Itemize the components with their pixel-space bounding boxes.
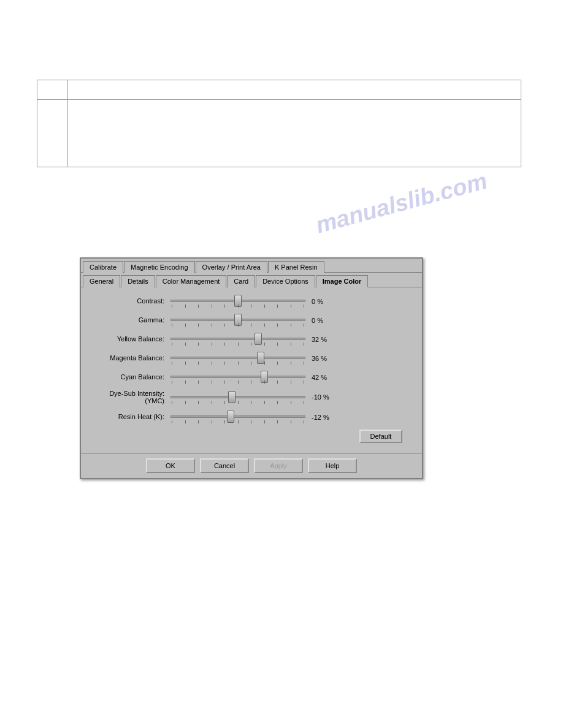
top-table	[37, 80, 521, 167]
help-button[interactable]: Help	[308, 458, 357, 473]
tab-row-2: General Details Color Management Card De…	[81, 273, 422, 287]
tab-magnetic-encoding[interactable]: Magnetic Encoding	[124, 261, 195, 273]
apply-button[interactable]: Apply	[254, 458, 303, 473]
tab-overlay-print-area[interactable]: Overlay / Print Area	[196, 261, 267, 273]
cyan-balance-label: Cyan Balance:	[91, 373, 170, 381]
yellow-balance-label: Yellow Balance:	[91, 335, 170, 343]
dialog-body: Contrast: 0 % Gamma:	[81, 287, 422, 453]
tab-image-color[interactable]: Image Color	[316, 275, 369, 287]
dialog-footer: OK Cancel Apply Help	[81, 453, 422, 478]
magenta-balance-value: 36 %	[305, 355, 336, 362]
magenta-balance-label: Magenta Balance:	[91, 354, 170, 362]
resin-heat-label: Resin Heat (K):	[91, 413, 170, 421]
contrast-row: Contrast: 0 %	[91, 295, 412, 308]
gamma-row: Gamma: 0 %	[91, 314, 412, 327]
resin-heat-value: -12 %	[305, 414, 336, 421]
dyesub-intensity-row: Dye-Sub Intensity:(YMC) -10 %	[91, 390, 412, 404]
yellow-balance-row: Yellow Balance: 32 %	[91, 333, 412, 346]
resin-heat-row: Resin Heat (K): -12 %	[91, 411, 412, 423]
gamma-label: Gamma:	[91, 316, 170, 324]
tab-device-options[interactable]: Device Options	[256, 275, 315, 287]
ok-button[interactable]: OK	[146, 458, 195, 473]
dialog: Calibrate Magnetic Encoding Overlay / Pr…	[80, 257, 423, 479]
yellow-balance-value: 32 %	[305, 336, 336, 343]
cyan-balance-row: Cyan Balance: 42 %	[91, 371, 412, 384]
tab-color-management[interactable]: Color Management	[156, 275, 227, 287]
gamma-value: 0 %	[305, 317, 336, 324]
tab-general[interactable]: General	[83, 275, 120, 287]
default-btn-row: Default	[91, 430, 412, 443]
table-row1-col2	[68, 80, 521, 100]
cancel-button[interactable]: Cancel	[200, 458, 249, 473]
dyesub-intensity-value: -10 %	[305, 393, 336, 401]
dyesub-intensity-label: Dye-Sub Intensity:(YMC)	[91, 390, 170, 404]
table-row2-col2	[68, 100, 521, 167]
contrast-value: 0 %	[305, 298, 336, 305]
contrast-label: Contrast:	[91, 297, 170, 305]
table-row2-col1	[37, 100, 68, 167]
tab-row-1: Calibrate Magnetic Encoding Overlay / Pr…	[81, 259, 422, 273]
tab-details[interactable]: Details	[121, 275, 155, 287]
default-button[interactable]: Default	[359, 430, 402, 443]
tab-card[interactable]: Card	[227, 275, 255, 287]
magenta-balance-row: Magenta Balance: 36 %	[91, 352, 412, 365]
tab-calibrate[interactable]: Calibrate	[83, 261, 123, 273]
tab-k-panel-resin[interactable]: K Panel Resin	[268, 261, 324, 273]
watermark-text: manualslib.com	[313, 168, 490, 239]
table-row1-col1	[37, 80, 68, 100]
cyan-balance-value: 42 %	[305, 374, 336, 381]
